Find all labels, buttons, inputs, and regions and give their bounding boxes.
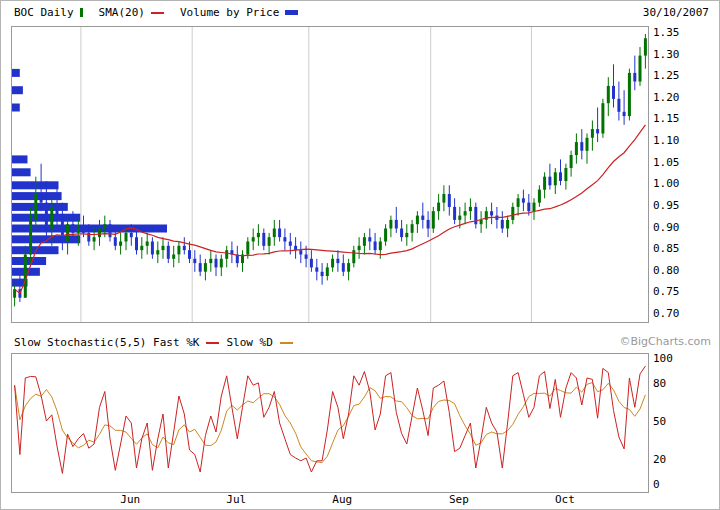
month-label: Sep xyxy=(444,493,474,506)
d-line-icon xyxy=(280,342,293,344)
price-tick-label: 1.05 xyxy=(653,157,680,169)
legend-item-vbp: Volume by Price xyxy=(180,6,298,19)
stoch-tick-label: 50 xyxy=(653,416,666,428)
price-tick-label: 1.25 xyxy=(653,70,680,82)
price-chart-panel xyxy=(11,26,649,323)
stochastic-svg xyxy=(12,354,648,492)
sma-label: SMA(20) xyxy=(99,6,145,19)
price-tick-label: 0.95 xyxy=(653,200,680,212)
price-tick-label: 1.30 xyxy=(653,49,680,61)
stoch-tick-label: 0 xyxy=(653,479,660,491)
stoch-tick-label: 100 xyxy=(653,353,673,365)
stochastic-d-label: Slow %D xyxy=(226,336,272,349)
price-tick-label: 1.20 xyxy=(653,92,680,104)
month-label: Jul xyxy=(221,493,251,506)
stoch-tick-label: 80 xyxy=(653,378,666,390)
price-tick-label: 0.90 xyxy=(653,222,680,234)
main-chart-legend: BOC Daily SMA(20) Volume by Price xyxy=(14,6,298,19)
price-tick-label: 0.85 xyxy=(653,243,680,255)
stoch-tick-label: 20 xyxy=(653,454,666,466)
symbol-frequency-label: BOC Daily xyxy=(14,6,74,19)
vbp-swatch-icon xyxy=(285,10,298,15)
price-tick-label: 0.70 xyxy=(653,308,680,320)
bigcharts-watermark: ©BigCharts.com xyxy=(619,335,711,348)
month-label: Oct xyxy=(550,493,580,506)
stochastic-legend: Slow Stochastic(5,5) Fast %K Slow %D xyxy=(14,336,293,349)
price-tick-label: 1.35 xyxy=(653,27,680,39)
month-label: Jun xyxy=(115,493,145,506)
as-of-date-label: 30/10/2007 xyxy=(643,6,709,19)
price-chart-svg xyxy=(12,27,648,322)
price-tick-label: 0.75 xyxy=(653,286,680,298)
month-label: Aug xyxy=(327,493,357,506)
price-tick-label: 1.15 xyxy=(653,113,680,125)
price-tick-label: 1.10 xyxy=(653,135,680,147)
legend-item-sma: SMA(20) xyxy=(99,6,164,19)
vbp-label: Volume by Price xyxy=(180,6,279,19)
sma-line-icon xyxy=(151,12,164,14)
stochastic-panel xyxy=(11,353,649,493)
price-tick-label: 0.80 xyxy=(653,265,680,277)
price-tick-label: 1.00 xyxy=(653,178,680,190)
candle-swatch-icon xyxy=(80,8,83,17)
bigcharts-stock-chart: BOC Daily SMA(20) Volume by Price 30/10/… xyxy=(0,0,720,510)
k-line-icon xyxy=(206,342,219,344)
legend-item-symbol: BOC Daily xyxy=(14,6,83,19)
stochastic-title-label: Slow Stochastic(5,5) Fast %K xyxy=(14,336,199,349)
